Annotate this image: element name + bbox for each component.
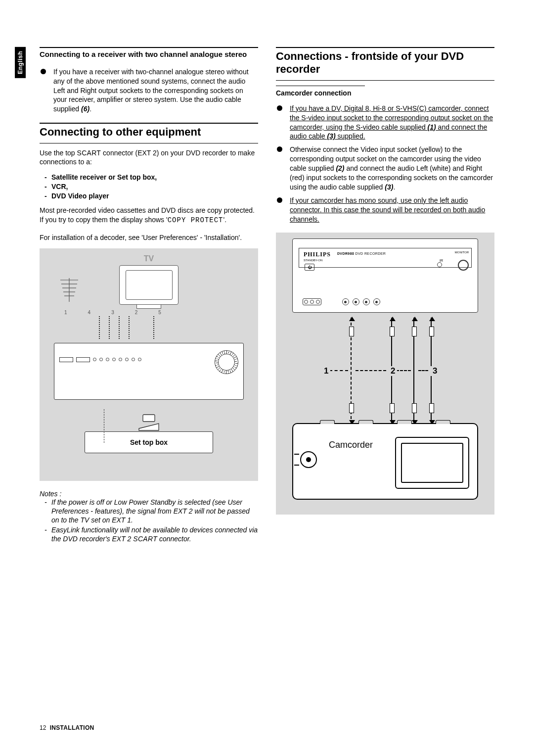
note-item: If the power is off or Low Power Standby… [44,498,258,525]
cable-num: 5 [158,310,161,315]
left-column: Connecting to a receiver with two channe… [40,47,258,545]
cable-ref: (1) [428,123,436,131]
svideo-socket-icon [342,298,349,305]
scart-plug-icon [134,414,164,431]
t: DVDR980 [337,252,354,255]
cable-ref: (3) [385,183,393,191]
front-sockets [303,298,380,305]
sub-rule [276,86,365,86]
section-name: INSTALLATION [50,724,94,731]
content-columns: Connecting to a receiver with two channe… [40,47,494,545]
camcorder-lens-icon [300,451,317,468]
right-column: Connections - frontside of your DVD reco… [276,47,494,545]
rule [40,123,258,124]
audio-l-socket-icon [363,298,370,305]
text: If you have a DV, Digital 8, Hi-8 or S-V… [290,104,493,141]
brand-logo: PHILIPS [304,251,331,258]
knob-icon [215,350,238,374]
text: Use the top [40,149,77,157]
camcorder-connection-diagram: PHILIPS DVDR980 DVD RECORDER STANDBY-ON … [276,233,494,515]
text: connector. [157,535,191,543]
dvd-recorder-rear-icon [54,343,244,400]
plug-label-2: 2 [389,366,397,376]
power-button-icon: ⏻ [305,264,314,271]
monitor-label: MONITOR [455,251,469,254]
list-item: VCR, [44,182,258,191]
rule [40,47,258,48]
video-socket-icon [353,298,359,305]
bullet-item: If your camcorder has mono sound, use on… [276,196,494,224]
subheading-camcorder: Camcorder connection [276,89,494,97]
cable-ref: (6) [81,105,89,113]
section-heading-analogue: Connecting to a receiver with two channe… [40,50,258,59]
rule [40,143,258,143]
cable-diagram: 1 2 3 [292,318,478,424]
cable-number-row: 1 4 3 2 5 [64,310,161,315]
tv-icon [119,265,178,305]
ir-label: IR [440,259,443,262]
plug-label-3: 3 [431,366,439,376]
smallcaps: SCART [77,149,101,157]
cable-num: 3 [111,310,114,315]
page-footer: 12 INSTALLATION [40,724,94,731]
bullet-item: If you have a receiver with two-channel … [40,67,258,114]
paragraph: For installation of a decoder, see 'User… [40,233,258,242]
dvd-recorder-front-icon: PHILIPS DVDR980 DVD RECORDER STANDBY-ON … [292,238,478,313]
text: . [89,105,91,113]
rule [276,47,494,48]
svg-rect-6 [143,415,155,422]
text: If your camcorder has mono sound, use on… [290,196,485,223]
cable-num: 4 [88,310,91,315]
note-item: EasyLink functionality will not be avail… [44,525,258,543]
cable-group [99,316,154,340]
paragraph: Most pre-recorded video cassettes and DV… [40,206,258,225]
paragraph: Use the top SCART connector (EXT 2) on y… [40,148,258,167]
section-heading-frontside: Connections - frontside of your DVD reco… [276,50,494,76]
t: DVD RECORDER [356,252,386,255]
list-item: Satellite receiver or Set top box, [44,173,258,182]
camcorder-screen-icon [395,437,469,489]
camcorder-icon: Camcorder [292,423,478,500]
cable-ref: (3) [327,132,336,140]
tv-label: TV [144,254,154,263]
cable-num: 1 [64,310,67,315]
port-icons [59,357,209,362]
tv-stand-icon [136,305,161,309]
display-text: COPY PROTECT [168,216,223,224]
plug-label-1: 1 [322,366,330,376]
scart-cable-icon [104,409,105,443]
connection-diagram-tv-stb: TV 1 4 3 2 5 [40,248,258,481]
language-tab: English [15,47,26,78]
page-number: 12 [40,724,46,731]
smallcaps: SCART [133,535,157,543]
camcorder-label: Camcorder [329,440,373,450]
standby-label: STANDBY-ON [304,259,322,262]
bullet-list: If you have a DV, Digital 8, Hi-8 or S-V… [276,104,494,224]
cable-num: 2 [135,310,138,315]
bullet-list: If you have a receiver with two-channel … [40,67,258,114]
text: '. [223,216,227,224]
notes-title: Notes : [40,490,258,498]
bullet-item: If you have a DV, Digital 8, Hi-8 or S-V… [276,104,494,142]
model-label: DVDR980 DVD RECORDER [337,252,386,255]
antenna-icon [55,273,83,303]
section-heading-other-equipment: Connecting to other equipment [40,126,258,139]
rule [276,80,494,81]
notes-list: If the power is off or Low Power Standby… [40,498,258,544]
list-item: DVD Video player [44,191,258,201]
audio-r-socket-icon [373,298,380,305]
t: . [393,183,395,191]
equipment-list: Satellite receiver or Set top box, VCR, … [40,173,258,201]
t: supplied. [336,132,365,140]
cable-ref: (2) [336,164,344,172]
bullet-item: Otherwise connect the Video input socket… [276,145,494,191]
monitor-button-icon [458,260,469,271]
